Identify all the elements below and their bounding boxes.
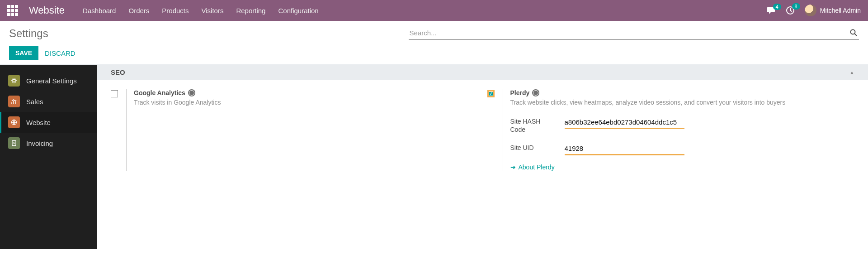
about-plerdy-label: About Plerdy bbox=[519, 164, 555, 171]
caret-up-icon[interactable]: ▲ bbox=[849, 70, 854, 75]
nav-configuration[interactable]: Configuration bbox=[278, 7, 318, 14]
messages-icon[interactable]: 4 bbox=[767, 6, 776, 14]
nav-menu: Dashboard Orders Products Visitors Repor… bbox=[83, 7, 319, 14]
uid-input[interactable] bbox=[565, 144, 684, 155]
section-header-seo: SEO ▲ bbox=[97, 65, 868, 80]
sidebar-item-label: Invoicing bbox=[26, 140, 53, 147]
save-button[interactable]: SAVE bbox=[9, 46, 38, 60]
document-icon: $ bbox=[8, 137, 20, 149]
svg-point-1 bbox=[851, 30, 855, 34]
apps-launcher-icon[interactable] bbox=[7, 5, 18, 16]
sidebar-sales[interactable]: Sales bbox=[0, 91, 97, 112]
sidebar-website[interactable]: Website bbox=[0, 112, 97, 133]
messages-badge: 4 bbox=[773, 4, 781, 10]
search-input[interactable] bbox=[409, 27, 859, 40]
globe-icon bbox=[188, 89, 195, 96]
nav-products[interactable]: Products bbox=[162, 7, 189, 14]
activities-badge: 8 bbox=[792, 3, 800, 10]
sidebar-item-label: Sales bbox=[26, 98, 43, 106]
sidebar-item-label: Website bbox=[26, 119, 51, 126]
control-panel: Settings SAVE DISCARD bbox=[0, 21, 868, 65]
user-name: Mitchell Admin bbox=[820, 7, 861, 14]
settings-content: SEO ▲ Google Analytics Track visits in G… bbox=[97, 65, 868, 249]
nav-orders[interactable]: Orders bbox=[128, 7, 149, 14]
plerdy-desc: Track website clicks, view heatmaps, ana… bbox=[510, 98, 855, 107]
ga-checkbox[interactable] bbox=[111, 90, 118, 97]
activities-icon[interactable]: 8 bbox=[786, 6, 795, 15]
plerdy-title: Plerdy bbox=[510, 89, 530, 96]
sidebar-invoicing[interactable]: $ Invoicing bbox=[0, 133, 97, 154]
uid-label: Site UID bbox=[510, 144, 556, 152]
discard-button[interactable]: DISCARD bbox=[45, 49, 75, 57]
search-wrap bbox=[409, 27, 859, 40]
avatar-icon bbox=[805, 5, 816, 16]
sidebar-item-label: General Settings bbox=[26, 77, 77, 85]
sidebar-general-settings[interactable]: General Settings bbox=[0, 70, 97, 91]
top-navbar: Website Dashboard Orders Products Visito… bbox=[0, 0, 868, 21]
setting-plerdy: Plerdy Track website clicks, view heatma… bbox=[487, 89, 855, 171]
user-menu[interactable]: Mitchell Admin bbox=[805, 5, 861, 16]
about-plerdy-link[interactable]: ➔ About Plerdy bbox=[510, 164, 555, 171]
ga-desc: Track visits in Google Analytics bbox=[134, 98, 478, 107]
gear-icon bbox=[8, 75, 20, 87]
nav-reporting[interactable]: Reporting bbox=[236, 7, 265, 14]
svg-text:$: $ bbox=[13, 141, 15, 144]
ga-title: Google Analytics bbox=[134, 89, 185, 96]
hash-input[interactable] bbox=[565, 117, 684, 129]
section-title: SEO bbox=[111, 68, 125, 76]
plerdy-checkbox[interactable] bbox=[487, 90, 495, 97]
nav-visitors[interactable]: Visitors bbox=[202, 7, 224, 14]
app-title[interactable]: Website bbox=[29, 5, 65, 16]
svg-point-3 bbox=[13, 79, 15, 82]
breadcrumb: Settings bbox=[9, 27, 48, 40]
nav-dashboard[interactable]: Dashboard bbox=[83, 7, 116, 14]
chart-icon bbox=[8, 96, 20, 107]
svg-line-2 bbox=[855, 34, 857, 36]
search-icon[interactable] bbox=[850, 29, 857, 36]
globe-icon bbox=[532, 89, 539, 96]
arrow-right-icon: ➔ bbox=[510, 164, 516, 171]
setting-google-analytics: Google Analytics Track visits in Google … bbox=[111, 89, 478, 171]
globe-icon bbox=[8, 116, 20, 128]
settings-sidebar: General Settings Sales Website $ Invoici… bbox=[0, 65, 97, 249]
hash-label: Site HASH Code bbox=[510, 117, 556, 134]
